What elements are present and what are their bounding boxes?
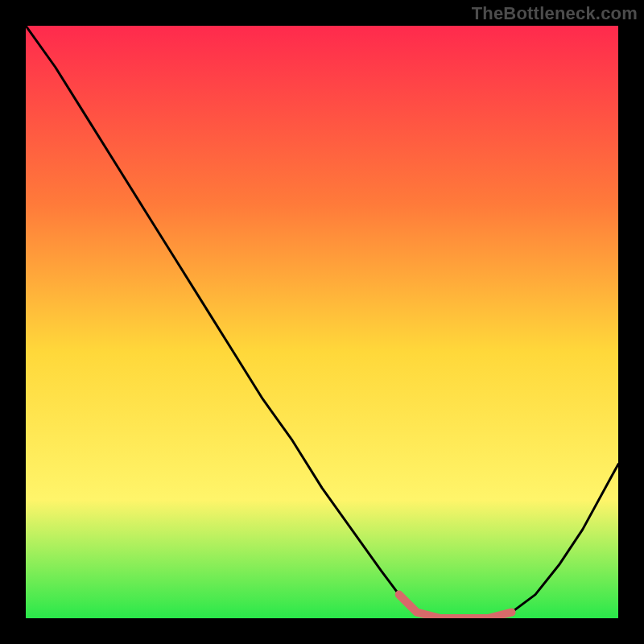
watermark-text: TheBottleneck.com	[472, 3, 638, 24]
chart-frame: TheBottleneck.com	[0, 0, 644, 644]
bottleneck-chart	[26, 26, 618, 618]
gradient-background	[26, 26, 618, 618]
plot-area	[26, 26, 618, 618]
